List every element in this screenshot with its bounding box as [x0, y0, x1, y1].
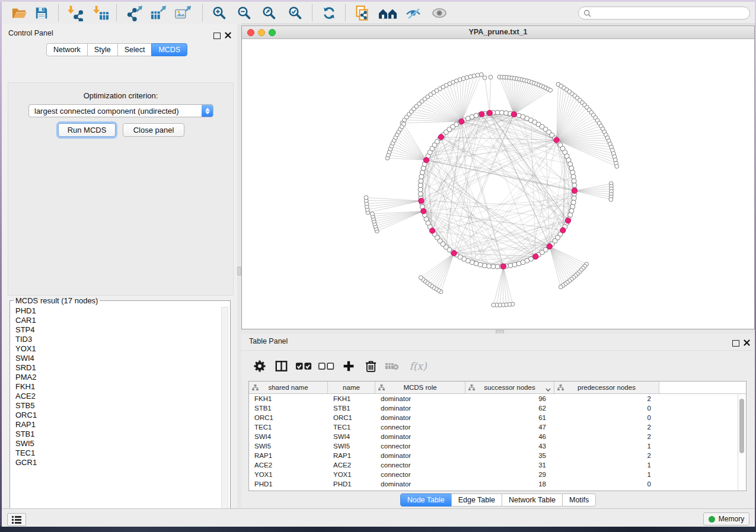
- tab-select[interactable]: Select: [117, 43, 152, 56]
- open-file-button[interactable]: [8, 4, 30, 22]
- mcds-result-item[interactable]: GCR1: [12, 458, 219, 467]
- tab-network[interactable]: Network: [46, 43, 88, 56]
- export-table-button[interactable]: [148, 4, 169, 22]
- delete-column-button[interactable]: [362, 358, 379, 374]
- mcds-result-item[interactable]: TEC1: [12, 448, 219, 458]
- mcds-hub-node[interactable]: [487, 110, 492, 116]
- tab-motifs[interactable]: Motifs: [562, 493, 596, 507]
- tab-edge-table[interactable]: Edge Table: [451, 493, 502, 507]
- mcds-result-item[interactable]: ORC1: [12, 411, 219, 420]
- task-history-button[interactable]: [7, 513, 26, 526]
- tab-network-table[interactable]: Network Table: [502, 493, 563, 507]
- table-panel-close-button[interactable]: [744, 338, 750, 348]
- add-column-button[interactable]: [340, 358, 358, 374]
- show-all-button[interactable]: [429, 4, 450, 22]
- column-header-MCDS-role[interactable]: MCDS role: [375, 382, 465, 393]
- mcds-result-item[interactable]: PMA2: [12, 373, 219, 382]
- mcds-result-item[interactable]: RAP1: [12, 420, 219, 430]
- mcds-result-item[interactable]: SWI5: [12, 439, 219, 448]
- mcds-hub-node[interactable]: [560, 227, 566, 233]
- mcds-hub-node[interactable]: [547, 243, 552, 249]
- mcds-hub-node[interactable]: [533, 254, 538, 259]
- table-row[interactable]: ORC1ORC1dominator610: [249, 413, 738, 422]
- table-scrollbar[interactable]: [738, 394, 746, 491]
- unselect-all-button[interactable]: [317, 358, 335, 374]
- table-row[interactable]: PHD1PHD1dominator180: [249, 479, 738, 489]
- mcds-hub-node[interactable]: [423, 158, 429, 163]
- mcds-result-item[interactable]: STB1: [12, 430, 219, 439]
- import-table-button[interactable]: [90, 4, 111, 22]
- column-header-predecessor-nodes[interactable]: predecessor nodes: [554, 382, 659, 393]
- close-panel-button[interactable]: Close panel: [123, 123, 184, 137]
- mcds-result-item[interactable]: STP4: [12, 325, 219, 335]
- column-header-shared-name[interactable]: shared name: [249, 382, 328, 393]
- table-row[interactable]: FKH1FKH1dominator962: [249, 394, 738, 403]
- mcds-result-item[interactable]: SRD1: [12, 363, 219, 373]
- tab-node-table[interactable]: Node Table: [400, 493, 452, 507]
- column-header-name[interactable]: name: [328, 382, 375, 393]
- mcds-hub-node[interactable]: [511, 111, 516, 117]
- column-header-successor-nodes[interactable]: successor nodes: [465, 382, 554, 393]
- save-session-button[interactable]: [31, 4, 52, 22]
- first-neighbors-button[interactable]: [377, 4, 398, 22]
- search-box[interactable]: [578, 7, 750, 20]
- hide-selected-button[interactable]: [403, 4, 424, 22]
- show-column-panel-button[interactable]: [272, 358, 290, 374]
- tab-style[interactable]: Style: [87, 43, 118, 56]
- tab-mcds[interactable]: MCDS: [151, 43, 187, 56]
- mcds-hub-node[interactable]: [554, 137, 559, 143]
- mcds-hub-node[interactable]: [479, 111, 484, 117]
- network-window-titlebar[interactable]: YPA_prune.txt_1: [242, 26, 754, 39]
- table-row[interactable]: YOX1YOX1connector291: [249, 470, 738, 479]
- table-row[interactable]: ACE2ACE2connector311: [249, 460, 738, 470]
- mcds-hub-node[interactable]: [565, 218, 570, 223]
- search-input[interactable]: [594, 8, 749, 18]
- horizontal-splitter[interactable]: [241, 329, 755, 334]
- table-row[interactable]: SWI5SWI5connector431: [249, 441, 738, 451]
- table-row[interactable]: TEC1TEC1connector472: [249, 422, 738, 432]
- table-row[interactable]: STB1STB1dominator620: [249, 403, 738, 413]
- refresh-view-button[interactable]: [318, 4, 340, 22]
- table-settings-button[interactable]: [251, 358, 269, 374]
- mcds-hub-node[interactable]: [419, 198, 424, 203]
- export-network-button[interactable]: [124, 4, 145, 22]
- import-network-button[interactable]: [65, 4, 86, 22]
- optimization-criterion-select[interactable]: largest connected component (undirected): [28, 104, 213, 117]
- mcds-result-item[interactable]: PHD1: [12, 306, 219, 316]
- delete-table-button[interactable]: [383, 358, 401, 374]
- table-row[interactable]: RAP1RAP1dominator352: [249, 451, 738, 460]
- mcds-hub-node[interactable]: [421, 209, 426, 214]
- mcds-list-scrollbar[interactable]: [221, 307, 228, 514]
- mcds-result-item[interactable]: STB5: [12, 401, 219, 411]
- splitter-handle[interactable]: [237, 267, 241, 275]
- memory-button[interactable]: Memory: [703, 512, 749, 525]
- zoom-in-button[interactable]: [209, 4, 230, 22]
- table-row[interactable]: SWI4SWI4dominator462: [249, 432, 738, 441]
- scrollbar-thumb[interactable]: [739, 399, 744, 453]
- mcds-hub-node[interactable]: [438, 134, 444, 140]
- control-panel-close-button[interactable]: [225, 30, 231, 41]
- zoom-out-button[interactable]: [234, 4, 255, 22]
- mcds-result-item[interactable]: TID3: [12, 335, 219, 344]
- mcds-hub-node[interactable]: [500, 264, 506, 269]
- zoom-fit-button[interactable]: [259, 4, 280, 22]
- select-all-button[interactable]: [295, 358, 312, 374]
- mcds-hub-node[interactable]: [459, 118, 464, 124]
- mcds-result-item[interactable]: YOX1: [12, 344, 219, 354]
- mcds-result-item[interactable]: ACE2: [12, 392, 219, 401]
- mcds-hub-node[interactable]: [572, 188, 577, 193]
- table-panel-float-button[interactable]: [732, 338, 739, 349]
- zoom-selected-button[interactable]: [285, 4, 306, 22]
- vertical-splitter[interactable]: [237, 24, 241, 508]
- mcds-result-item[interactable]: FKH1: [12, 382, 219, 392]
- mcds-result-item[interactable]: CAR1: [12, 316, 219, 325]
- run-mcds-button[interactable]: Run MCDS: [58, 123, 116, 137]
- export-image-button[interactable]: [173, 4, 194, 22]
- control-panel-float-button[interactable]: [213, 31, 221, 41]
- mcds-hub-node[interactable]: [451, 251, 457, 256]
- function-builder-button[interactable]: f(x): [406, 358, 430, 374]
- network-graph-canvas[interactable]: [242, 39, 754, 329]
- sort-chevron-icon[interactable]: [546, 386, 551, 393]
- copy-network-button[interactable]: [352, 4, 373, 22]
- mcds-result-item[interactable]: SWI4: [12, 354, 219, 363]
